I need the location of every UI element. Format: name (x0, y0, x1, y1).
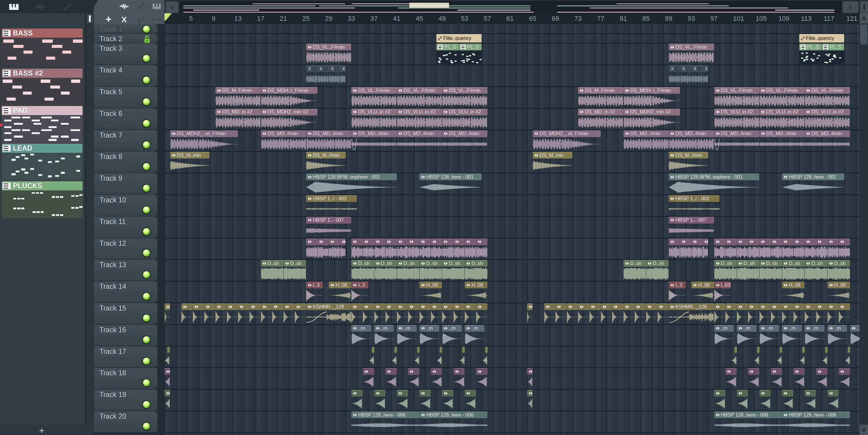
pattern-clip-pl-s[interactable]: PL..S (459, 44, 482, 64)
audio-clip-hbsp-1-007[interactable]: HBSP 1..- 007 (669, 217, 714, 238)
audio-clip-h-08[interactable]: H..08 (782, 282, 804, 302)
track-mute-led[interactable] (142, 162, 151, 171)
audio-clip[interactable] (635, 303, 646, 324)
playlist-minimap[interactable] (180, 1, 841, 14)
audio-clip[interactable] (828, 303, 839, 324)
pattern-header[interactable]: BASS (2, 29, 83, 38)
audio-clip[interactable] (839, 303, 850, 324)
audio-clip[interactable] (420, 303, 431, 324)
clip-header[interactable] (590, 303, 601, 310)
audio-clip-hbsp-128-here-001[interactable]: HBSP 128..here - 001 (420, 173, 482, 194)
pattern-preview[interactable] (2, 38, 83, 65)
track-header-10[interactable]: Track 10... (94, 195, 157, 216)
clip-header[interactable] (420, 239, 431, 245)
clip-header[interactable]: DS_MDH..t_F#min (261, 87, 317, 94)
track-mute-led[interactable] (142, 184, 151, 193)
clip-header[interactable]: X (329, 65, 340, 72)
audio-clip[interactable] (794, 368, 805, 389)
clip-header[interactable]: D..sh (714, 260, 737, 267)
vertical-scrollbar-thumb[interactable] (860, 25, 867, 44)
clip-header[interactable]: DS_MD..#min (669, 130, 714, 137)
audio-clip[interactable] (822, 347, 828, 368)
audio-clip-d-sh[interactable]: D..sh (646, 260, 669, 281)
audio-clip-ds-md-#min[interactable]: DS_MD..#min (261, 130, 306, 151)
audio-clip-ds-vl-f#min[interactable]: DS_VL..F#min (669, 44, 714, 64)
clip-header[interactable]: PL..S (459, 44, 482, 50)
clip-header[interactable] (440, 347, 442, 353)
audio-clip[interactable] (204, 303, 216, 324)
audio-clip[interactable] (193, 303, 204, 324)
clip-header[interactable] (635, 303, 646, 310)
audio-clip[interactable] (624, 303, 635, 324)
audio-clip[interactable] (369, 347, 374, 368)
clip-header[interactable] (748, 368, 759, 375)
audio-clip-ds-mdh-t-f#min[interactable]: DS_MDH..t_F#min (624, 87, 680, 108)
audio-clip[interactable] (748, 239, 759, 259)
clip-header[interactable] (771, 303, 782, 310)
audio-clip[interactable] (408, 239, 419, 259)
clip-header[interactable]: DS_MD..#min (760, 130, 804, 137)
audio-clip-hbsp-128-here-006[interactable]: HBSP 128..here - 006 (714, 411, 782, 432)
clip-header[interactable] (624, 303, 635, 310)
audio-clip[interactable] (567, 303, 578, 324)
clip-header[interactable]: PL..S (799, 44, 822, 50)
pattern-header[interactable]: BASS #2 (2, 69, 83, 78)
audio-clip[interactable] (771, 368, 782, 389)
audio-clip[interactable] (442, 239, 453, 259)
clip-header[interactable] (737, 239, 748, 245)
audio-clip-hbsp-128-bpm-osphere-001[interactable]: HBSP 128 BPM..osphere - 001 (669, 173, 759, 194)
audio-clip[interactable] (431, 368, 442, 389)
audio-clip-x[interactable]: X (703, 65, 708, 86)
audio-clip-ds-md-#min[interactable]: DS_MD..#min (306, 130, 351, 151)
audio-clip-x[interactable]: X (318, 65, 329, 86)
clip-header[interactable]: DS_MD..#min (397, 130, 442, 137)
audio-clip-ds-vlu-in-#2[interactable]: DS_VLU..in #2 (351, 109, 396, 130)
clip-header[interactable] (420, 303, 431, 310)
clip-header[interactable]: I..3 (306, 282, 323, 288)
audio-clip[interactable] (436, 347, 442, 368)
clip-header[interactable] (714, 303, 725, 310)
clip-header[interactable]: X (306, 65, 317, 72)
add-pattern-button[interactable]: + (39, 426, 44, 435)
audio-clip[interactable] (164, 368, 170, 389)
audio-clip[interactable] (805, 239, 816, 259)
audio-clip-d-sh[interactable]: D..sh (374, 260, 397, 281)
clip-header[interactable] (839, 303, 850, 310)
vertical-scrollbar[interactable]: ∧ ∨ (860, 13, 868, 435)
clip-header[interactable]: KSHMR.._128 (306, 303, 351, 310)
clip-header[interactable] (295, 303, 306, 310)
audio-clip[interactable] (754, 347, 760, 368)
audio-clip[interactable] (295, 303, 306, 324)
audio-clip[interactable] (250, 303, 261, 324)
audio-clip-ds-m-#min[interactable]: DS_M..#min (306, 152, 346, 173)
audio-clip[interactable] (459, 347, 465, 368)
clip-header[interactable]: DS_VLU..in #2 (760, 109, 804, 115)
clip-header[interactable]: DS_MDH2_..et_F#min (533, 130, 601, 137)
audio-clip-ds-vlu-in-#2[interactable]: DS_VLU..in #2 (397, 109, 442, 130)
audio-clip-x[interactable]: X (669, 65, 680, 86)
clip-header[interactable]: H..08 (691, 282, 714, 288)
clip-header[interactable]: DS_MD..in #2 (216, 109, 260, 115)
clip-header[interactable]: DS_M..#min (306, 152, 346, 159)
clip-header[interactable] (737, 390, 748, 396)
clip-header[interactable] (431, 239, 442, 245)
audio-clip[interactable] (828, 390, 839, 411)
audio-clip[interactable] (816, 239, 827, 259)
audio-clip[interactable] (544, 303, 555, 324)
clip-header[interactable] (794, 368, 805, 375)
audio-clip[interactable] (737, 390, 748, 411)
audio-clip-hbsp-1-r-002[interactable]: HBSP 1..r - 002 (306, 195, 357, 216)
clip-header[interactable] (680, 239, 691, 245)
audio-clip[interactable] (725, 239, 737, 259)
audio-clip-i-3[interactable]: I..3 (669, 282, 685, 302)
audio-clip-ds-md-in-#2[interactable]: DS_MD..in #2 (216, 109, 260, 130)
audio-clip[interactable] (748, 368, 759, 389)
lock-icon[interactable] (144, 35, 151, 43)
add-clip-button[interactable]: + (103, 14, 114, 25)
clip-header[interactable] (544, 303, 555, 310)
audio-clip[interactable] (181, 303, 193, 324)
clip-header[interactable]: DS_VL..F#min (669, 44, 714, 50)
clip-header[interactable]: DS_VL..F#min (714, 87, 759, 94)
audio-clip[interactable] (164, 390, 170, 411)
audio-clip-h-08[interactable]: H..08 (828, 282, 850, 302)
